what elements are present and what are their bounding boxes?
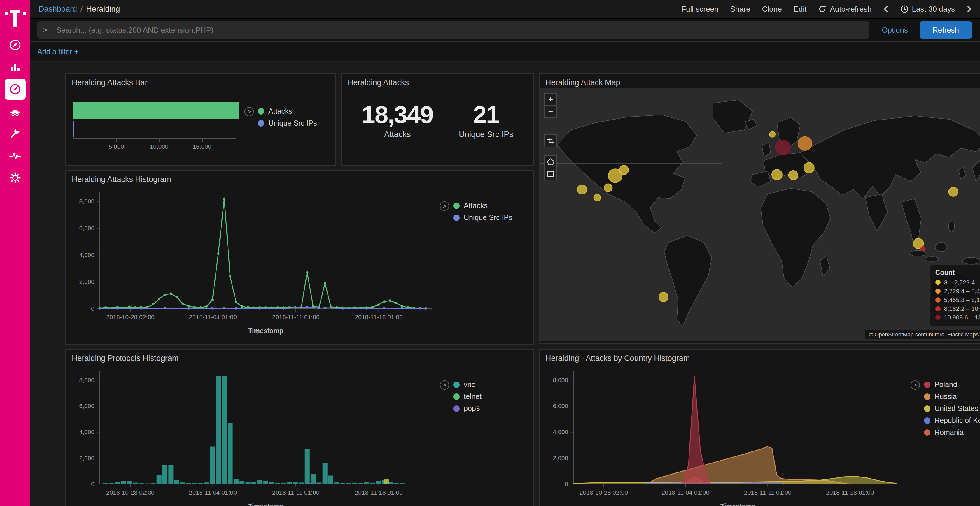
svg-text:2018-11-18 01:00: 2018-11-18 01:00 xyxy=(826,489,874,496)
legend-toggle[interactable]: > xyxy=(440,201,449,211)
bar-unique-src-ips[interactable] xyxy=(73,121,75,137)
auto-refresh-button[interactable]: Auto-refresh xyxy=(818,5,872,14)
legend-range-label: 10,908.6 – 13,635 xyxy=(944,314,980,321)
sidebar-item-management[interactable] xyxy=(0,167,30,189)
axis-tick xyxy=(202,139,203,142)
attacks-histogram-chart[interactable]: 02,0004,0006,0008,0002018-10-28 02:00201… xyxy=(69,187,440,340)
protocols-histogram-chart[interactable]: 02,0004,0006,0008,0002018-10-28 02:00201… xyxy=(69,366,440,506)
chevron-right-icon xyxy=(967,5,972,13)
clone-button[interactable]: Clone xyxy=(762,5,782,14)
legend-range-label: 3 – 2,729.4 xyxy=(944,279,975,286)
full-screen-button[interactable]: Full screen xyxy=(681,5,718,14)
draw-rectangle-button[interactable] xyxy=(544,168,557,181)
legend-dot xyxy=(258,108,264,114)
legend-toggle[interactable]: > xyxy=(440,381,449,390)
add-filter-link[interactable]: Add a filter + xyxy=(37,48,78,56)
horizontal-bar-chart[interactable]: 5,00010,00015,000 xyxy=(73,94,244,159)
legend-item[interactable]: Romania xyxy=(924,428,980,437)
active-app-tile xyxy=(5,79,25,100)
legend-item[interactable]: Attacks xyxy=(453,201,512,210)
attack-circle[interactable] xyxy=(594,194,601,201)
panel-title[interactable]: Heralding - Attacks by Country Histogram xyxy=(539,350,980,364)
bar-chart-icon xyxy=(9,60,22,73)
legend-item[interactable]: Unique Src IPs xyxy=(258,119,317,127)
map-legend-entry: 2,729.4 – 5,455.8 xyxy=(935,288,980,295)
panel-title[interactable]: Heralding Attacks xyxy=(342,74,533,88)
attack-circle[interactable] xyxy=(789,171,798,180)
share-button[interactable]: Share xyxy=(730,5,750,14)
attack-circle[interactable] xyxy=(659,292,668,302)
legend-dot xyxy=(924,429,931,436)
legend-item[interactable]: vnc xyxy=(453,381,482,389)
attack-circle[interactable] xyxy=(798,137,812,151)
panel-country-histogram: Heralding - Attacks by Country Histogram… xyxy=(539,349,980,506)
legend-item[interactable]: Unique Src IPs xyxy=(453,213,512,222)
search-input[interactable] xyxy=(56,25,863,35)
attack-circle[interactable] xyxy=(772,169,782,180)
svg-text:Timestamp: Timestamp xyxy=(248,503,283,506)
zoom-in-button[interactable]: + xyxy=(544,93,557,106)
breadcrumb-dashboard-link[interactable]: Dashboard xyxy=(38,5,77,14)
sidebar-item-devtools[interactable] xyxy=(0,122,30,144)
breadcrumb: Dashboard / Heralding xyxy=(38,5,120,14)
svg-text:2018-11-18 01:00: 2018-11-18 01:00 xyxy=(355,489,403,496)
sidebar-item-discover[interactable] xyxy=(0,34,30,56)
svg-text:4,000: 4,000 xyxy=(553,428,568,435)
zoom-out-button[interactable]: − xyxy=(544,105,557,118)
svg-text:8,000: 8,000 xyxy=(79,377,94,383)
time-range-picker[interactable]: Last 30 days xyxy=(900,5,955,14)
legend-item[interactable]: Republic of Korea xyxy=(924,416,980,425)
sidebar-item-dashboard[interactable] xyxy=(0,78,30,100)
world-map[interactable]: + − xyxy=(539,88,980,341)
legend-dot xyxy=(453,203,460,209)
attack-circle[interactable] xyxy=(769,132,775,137)
legend-toggle[interactable]: > xyxy=(911,381,920,390)
legend-dot xyxy=(935,289,940,294)
attack-circle[interactable] xyxy=(775,140,791,155)
refresh-button[interactable]: Refresh xyxy=(920,21,972,39)
legend-toggle[interactable]: > xyxy=(244,107,254,116)
attack-circle[interactable] xyxy=(804,162,815,173)
time-forward-button[interactable] xyxy=(967,5,972,13)
legend-range-label: 8,182.2 – 10,908.6 xyxy=(944,305,980,312)
clock-icon xyxy=(900,5,908,13)
legend-item[interactable]: telnet xyxy=(453,392,482,401)
legend-item[interactable]: Attacks xyxy=(258,107,317,116)
svg-text:0: 0 xyxy=(565,481,568,487)
country-histogram-chart[interactable]: 02,0004,0006,0008,0002018-10-28 02:00201… xyxy=(543,366,911,506)
attack-circle[interactable] xyxy=(948,187,958,197)
sidebar-item-visualize[interactable] xyxy=(0,56,30,78)
legend-item[interactable]: United States xyxy=(924,404,980,413)
draw-polygon-button[interactable] xyxy=(544,155,557,168)
legend-item[interactable]: pop3 xyxy=(453,404,482,413)
legend-dot xyxy=(935,280,940,285)
sidebar-item-spy[interactable] xyxy=(0,100,30,122)
fit-data-button[interactable] xyxy=(544,134,557,147)
svg-text:4,000: 4,000 xyxy=(79,252,94,258)
attack-circle[interactable] xyxy=(921,247,926,251)
legend-dot xyxy=(935,297,940,303)
query-bar: >_ Options Refresh xyxy=(30,19,980,42)
panel-title[interactable]: Heralding Attack Map xyxy=(539,74,980,88)
sidebar-item-monitoring[interactable] xyxy=(0,144,30,167)
legend-dot xyxy=(453,393,460,400)
edit-button[interactable]: Edit xyxy=(794,5,807,14)
panel-title[interactable]: Heralding Attacks Bar xyxy=(66,74,336,88)
attack-circle[interactable] xyxy=(619,165,628,174)
svg-text:2018-10-28 02:00: 2018-10-28 02:00 xyxy=(106,314,154,320)
search-box[interactable]: >_ xyxy=(37,21,869,39)
legend-item[interactable]: Poland xyxy=(924,381,980,389)
attack-circle[interactable] xyxy=(604,184,612,192)
legend-range-label: 5,455.8 – 8,182.2 xyxy=(944,297,980,303)
metric-attacks: 18,349 Attacks xyxy=(362,102,433,139)
axis-tick-label: 15,000 xyxy=(192,143,211,150)
time-back-button[interactable] xyxy=(883,5,889,13)
attack-circle[interactable] xyxy=(578,185,587,194)
panel-title[interactable]: Heralding Protocols Histogram xyxy=(66,350,533,364)
legend-item[interactable]: Russia xyxy=(924,392,980,401)
panel-title[interactable]: Heralding Attacks Histogram xyxy=(66,171,533,185)
options-link[interactable]: Options xyxy=(882,25,908,35)
svg-text:2,000: 2,000 xyxy=(553,455,568,462)
svg-text:Timestamp: Timestamp xyxy=(720,503,756,506)
bar-attacks[interactable] xyxy=(73,102,239,119)
